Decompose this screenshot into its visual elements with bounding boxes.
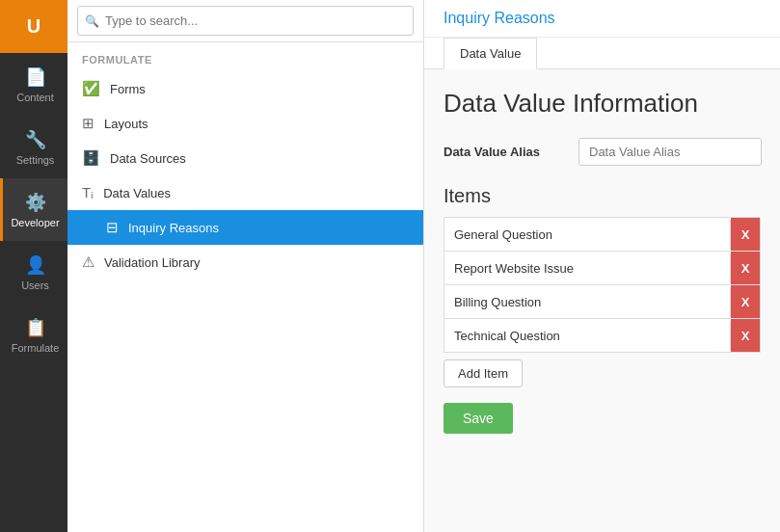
item-delete-2[interactable]: X <box>731 285 760 318</box>
nav-item-formulate[interactable]: 📋 Formulate <box>0 304 67 366</box>
nav-label-formulate: Formulate <box>12 342 60 354</box>
developer-icon: ⚙️ <box>25 192 46 213</box>
item-name-2: Billing Question <box>444 287 731 317</box>
nav-label-content: Content <box>16 92 54 103</box>
item-name-0: General Question <box>444 220 731 250</box>
sidebar-section-label: FORMULATE <box>67 42 423 71</box>
sidebar-label-data-sources: Data Sources <box>110 151 186 166</box>
sidebar-item-forms[interactable]: ✅ Forms <box>67 71 423 106</box>
inquiry-reasons-icon: ⊟ <box>106 219 119 236</box>
sidebar-item-data-sources[interactable]: 🗄️ Data Sources <box>67 141 423 175</box>
sidebar: FORMULATE ✅ Forms ⊞ Layouts 🗄️ Data Sour… <box>67 0 424 532</box>
items-title: Items <box>444 185 761 207</box>
add-item-button[interactable]: Add Item <box>444 359 523 387</box>
section-title: Data Value Information <box>444 89 761 119</box>
sidebar-label-data-values: Data Values <box>103 186 171 200</box>
main-header: Inquiry Reasons <box>424 0 780 38</box>
search-bar-container <box>67 0 423 42</box>
nav-item-users[interactable]: 👤 Users <box>0 241 67 304</box>
item-row: Report Website Issue X <box>444 251 761 285</box>
nav-label-settings: Settings <box>16 154 55 166</box>
main-tabs: Data Value <box>424 38 780 69</box>
sidebar-label-layouts: Layouts <box>104 117 148 131</box>
item-row: General Question X <box>444 217 761 252</box>
item-delete-3[interactable]: X <box>731 319 760 352</box>
item-row: Technical Question X <box>444 318 761 353</box>
item-delete-1[interactable]: X <box>731 252 760 284</box>
sidebar-item-inquiry-reasons[interactable]: ⊟ Inquiry Reasons <box>67 210 423 245</box>
formulate-icon: 📋 <box>25 317 46 338</box>
tab-data-value[interactable]: Data Value <box>444 38 537 69</box>
data-values-icon: Tᵢ <box>82 184 94 201</box>
item-name-3: Technical Question <box>444 321 731 351</box>
main-content: Inquiry Reasons Data Value Data Value In… <box>424 0 780 532</box>
item-row: Billing Question X <box>444 284 761 319</box>
sidebar-label-forms: Forms <box>110 82 146 96</box>
users-icon: 👤 <box>25 254 46 276</box>
nav-logo[interactable]: U <box>0 0 67 53</box>
layouts-icon: ⊞ <box>82 115 94 132</box>
breadcrumb: Inquiry Reasons <box>444 10 761 27</box>
sidebar-item-data-values[interactable]: Tᵢ Data Values <box>67 175 423 210</box>
forms-icon: ✅ <box>82 80 100 97</box>
sidebar-item-validation-library[interactable]: ⚠ Validation Library <box>67 245 423 279</box>
settings-icon: 🔧 <box>25 129 46 150</box>
data-sources-icon: 🗄️ <box>82 149 100 167</box>
nav-item-settings[interactable]: 🔧 Settings <box>0 116 67 178</box>
validation-icon: ⚠ <box>82 253 94 271</box>
nav-item-developer[interactable]: ⚙️ Developer <box>0 178 67 241</box>
main-body: Data Value Information Data Value Alias … <box>424 69 780 532</box>
sidebar-item-layouts[interactable]: ⊞ Layouts <box>67 106 423 141</box>
items-section: Items General Question X Report Website … <box>444 185 761 434</box>
sidebar-label-validation-library: Validation Library <box>104 255 200 270</box>
alias-row: Data Value Alias <box>444 138 761 166</box>
item-name-1: Report Website Issue <box>444 253 731 283</box>
nav-label-users: Users <box>21 279 49 291</box>
item-delete-0[interactable]: X <box>731 218 760 251</box>
alias-label: Data Value Alias <box>444 145 559 159</box>
search-input[interactable] <box>77 6 414 36</box>
alias-input[interactable] <box>578 138 762 166</box>
search-wrap <box>77 6 414 36</box>
nav-label-developer: Developer <box>11 217 59 228</box>
content-icon: 📄 <box>25 66 46 88</box>
items-list: General Question X Report Website Issue … <box>444 217 761 353</box>
sidebar-label-inquiry-reasons: Inquiry Reasons <box>128 221 219 235</box>
nav-item-content[interactable]: 📄 Content <box>0 53 67 116</box>
nav-bar: U 📄 Content 🔧 Settings ⚙️ Developer 👤 Us… <box>0 0 67 532</box>
save-button[interactable]: Save <box>444 403 513 434</box>
